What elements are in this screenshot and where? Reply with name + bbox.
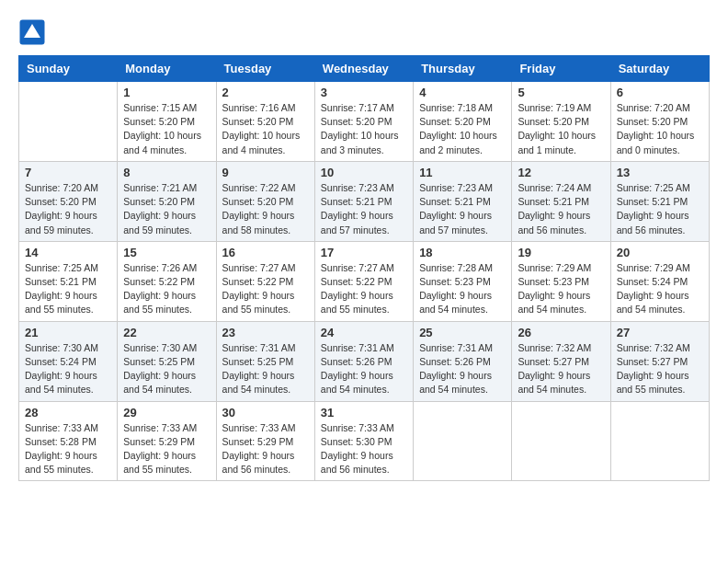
day-info: Sunrise: 7:24 AM Sunset: 5:21 PM Dayligh… [518, 181, 604, 237]
calendar-cell: 4Sunrise: 7:18 AM Sunset: 5:20 PM Daylig… [414, 82, 512, 162]
day-number: 20 [617, 246, 703, 259]
day-number: 14 [25, 246, 111, 259]
day-info: Sunrise: 7:33 AM Sunset: 5:28 PM Dayligh… [25, 421, 111, 477]
day-number: 5 [518, 86, 604, 99]
day-info: Sunrise: 7:31 AM Sunset: 5:25 PM Dayligh… [222, 341, 309, 397]
day-info: Sunrise: 7:22 AM Sunset: 5:20 PM Dayligh… [222, 181, 309, 237]
day-number: 24 [321, 326, 407, 339]
day-number: 16 [222, 246, 309, 259]
day-info: Sunrise: 7:15 AM Sunset: 5:20 PM Dayligh… [123, 101, 210, 157]
calendar-cell: 5Sunrise: 7:19 AM Sunset: 5:20 PM Daylig… [512, 82, 610, 162]
calendar-cell: 10Sunrise: 7:23 AM Sunset: 5:21 PM Dayli… [314, 161, 413, 241]
calendar-cell: 31Sunrise: 7:33 AM Sunset: 5:30 PM Dayli… [314, 401, 413, 481]
calendar: SundayMondayTuesdayWednesdayThursdayFrid… [18, 55, 710, 481]
day-info: Sunrise: 7:20 AM Sunset: 5:20 PM Dayligh… [617, 101, 703, 157]
calendar-header-wednesday: Wednesday [314, 56, 413, 82]
day-info: Sunrise: 7:32 AM Sunset: 5:27 PM Dayligh… [617, 341, 703, 397]
logo-icon [18, 18, 46, 46]
day-info: Sunrise: 7:17 AM Sunset: 5:20 PM Dayligh… [321, 101, 407, 157]
calendar-cell: 21Sunrise: 7:30 AM Sunset: 5:24 PM Dayli… [19, 321, 118, 401]
calendar-cell: 27Sunrise: 7:32 AM Sunset: 5:27 PM Dayli… [610, 321, 709, 401]
calendar-cell: 17Sunrise: 7:27 AM Sunset: 5:22 PM Dayli… [314, 241, 413, 321]
day-info: Sunrise: 7:27 AM Sunset: 5:22 PM Dayligh… [321, 261, 407, 317]
day-info: Sunrise: 7:21 AM Sunset: 5:20 PM Dayligh… [123, 181, 210, 237]
day-info: Sunrise: 7:29 AM Sunset: 5:23 PM Dayligh… [518, 261, 604, 317]
day-info: Sunrise: 7:20 AM Sunset: 5:20 PM Dayligh… [25, 181, 111, 237]
day-info: Sunrise: 7:19 AM Sunset: 5:20 PM Dayligh… [518, 101, 604, 157]
day-number: 8 [123, 166, 210, 179]
calendar-week-row: 7Sunrise: 7:20 AM Sunset: 5:20 PM Daylig… [19, 161, 710, 241]
logo [18, 18, 48, 46]
day-number: 21 [25, 326, 111, 339]
day-number: 19 [518, 246, 604, 259]
calendar-week-row: 14Sunrise: 7:25 AM Sunset: 5:21 PM Dayli… [19, 241, 710, 321]
calendar-cell: 16Sunrise: 7:27 AM Sunset: 5:22 PM Dayli… [216, 241, 314, 321]
day-info: Sunrise: 7:26 AM Sunset: 5:22 PM Dayligh… [123, 261, 210, 317]
day-info: Sunrise: 7:29 AM Sunset: 5:24 PM Dayligh… [617, 261, 703, 317]
calendar-cell [414, 401, 512, 481]
calendar-week-row: 1Sunrise: 7:15 AM Sunset: 5:20 PM Daylig… [19, 82, 710, 162]
calendar-cell: 8Sunrise: 7:21 AM Sunset: 5:20 PM Daylig… [118, 161, 216, 241]
day-number: 6 [617, 86, 703, 99]
day-number: 30 [222, 406, 309, 419]
day-number: 11 [419, 166, 506, 179]
day-number: 27 [617, 326, 703, 339]
day-number: 15 [123, 246, 210, 259]
calendar-cell: 24Sunrise: 7:31 AM Sunset: 5:26 PM Dayli… [314, 321, 413, 401]
day-info: Sunrise: 7:31 AM Sunset: 5:26 PM Dayligh… [321, 341, 407, 397]
day-info: Sunrise: 7:31 AM Sunset: 5:26 PM Dayligh… [419, 341, 506, 397]
calendar-cell: 28Sunrise: 7:33 AM Sunset: 5:28 PM Dayli… [19, 401, 118, 481]
day-info: Sunrise: 7:33 AM Sunset: 5:30 PM Dayligh… [321, 421, 407, 477]
day-number: 31 [321, 406, 407, 419]
calendar-cell: 23Sunrise: 7:31 AM Sunset: 5:25 PM Dayli… [216, 321, 314, 401]
calendar-header-row: SundayMondayTuesdayWednesdayThursdayFrid… [19, 56, 710, 82]
calendar-cell: 19Sunrise: 7:29 AM Sunset: 5:23 PM Dayli… [512, 241, 610, 321]
calendar-week-row: 21Sunrise: 7:30 AM Sunset: 5:24 PM Dayli… [19, 321, 710, 401]
calendar-cell: 1Sunrise: 7:15 AM Sunset: 5:20 PM Daylig… [118, 82, 216, 162]
calendar-cell: 6Sunrise: 7:20 AM Sunset: 5:20 PM Daylig… [610, 82, 709, 162]
calendar-header-friday: Friday [512, 56, 610, 82]
calendar-header-saturday: Saturday [610, 56, 709, 82]
day-number: 25 [419, 326, 506, 339]
day-number: 13 [617, 166, 703, 179]
calendar-cell [610, 401, 709, 481]
calendar-cell: 14Sunrise: 7:25 AM Sunset: 5:21 PM Dayli… [19, 241, 118, 321]
calendar-cell: 18Sunrise: 7:28 AM Sunset: 5:23 PM Dayli… [414, 241, 512, 321]
day-info: Sunrise: 7:28 AM Sunset: 5:23 PM Dayligh… [419, 261, 506, 317]
day-info: Sunrise: 7:23 AM Sunset: 5:21 PM Dayligh… [419, 181, 506, 237]
calendar-cell: 11Sunrise: 7:23 AM Sunset: 5:21 PM Dayli… [414, 161, 512, 241]
day-number: 12 [518, 166, 604, 179]
day-info: Sunrise: 7:16 AM Sunset: 5:20 PM Dayligh… [222, 101, 309, 157]
day-info: Sunrise: 7:33 AM Sunset: 5:29 PM Dayligh… [123, 421, 210, 477]
day-number: 1 [123, 86, 210, 99]
day-number: 22 [123, 326, 210, 339]
day-number: 28 [25, 406, 111, 419]
day-number: 18 [419, 246, 506, 259]
day-number: 3 [321, 86, 407, 99]
calendar-cell: 13Sunrise: 7:25 AM Sunset: 5:21 PM Dayli… [610, 161, 709, 241]
day-number: 29 [123, 406, 210, 419]
day-info: Sunrise: 7:25 AM Sunset: 5:21 PM Dayligh… [25, 261, 111, 317]
calendar-cell [512, 401, 610, 481]
day-number: 10 [321, 166, 407, 179]
day-info: Sunrise: 7:25 AM Sunset: 5:21 PM Dayligh… [617, 181, 703, 237]
day-info: Sunrise: 7:23 AM Sunset: 5:21 PM Dayligh… [321, 181, 407, 237]
calendar-header-thursday: Thursday [414, 56, 512, 82]
day-number: 9 [222, 166, 309, 179]
calendar-cell: 7Sunrise: 7:20 AM Sunset: 5:20 PM Daylig… [19, 161, 118, 241]
day-info: Sunrise: 7:32 AM Sunset: 5:27 PM Dayligh… [518, 341, 604, 397]
calendar-week-row: 28Sunrise: 7:33 AM Sunset: 5:28 PM Dayli… [19, 401, 710, 481]
day-number: 26 [518, 326, 604, 339]
day-number: 23 [222, 326, 309, 339]
calendar-cell: 26Sunrise: 7:32 AM Sunset: 5:27 PM Dayli… [512, 321, 610, 401]
calendar-cell: 2Sunrise: 7:16 AM Sunset: 5:20 PM Daylig… [216, 82, 314, 162]
calendar-cell: 12Sunrise: 7:24 AM Sunset: 5:21 PM Dayli… [512, 161, 610, 241]
day-info: Sunrise: 7:30 AM Sunset: 5:25 PM Dayligh… [123, 341, 210, 397]
calendar-cell: 29Sunrise: 7:33 AM Sunset: 5:29 PM Dayli… [118, 401, 216, 481]
calendar-cell: 3Sunrise: 7:17 AM Sunset: 5:20 PM Daylig… [314, 82, 413, 162]
calendar-cell: 9Sunrise: 7:22 AM Sunset: 5:20 PM Daylig… [216, 161, 314, 241]
day-info: Sunrise: 7:30 AM Sunset: 5:24 PM Dayligh… [25, 341, 111, 397]
calendar-cell: 15Sunrise: 7:26 AM Sunset: 5:22 PM Dayli… [118, 241, 216, 321]
calendar-header-sunday: Sunday [19, 56, 118, 82]
header-section [18, 18, 710, 46]
